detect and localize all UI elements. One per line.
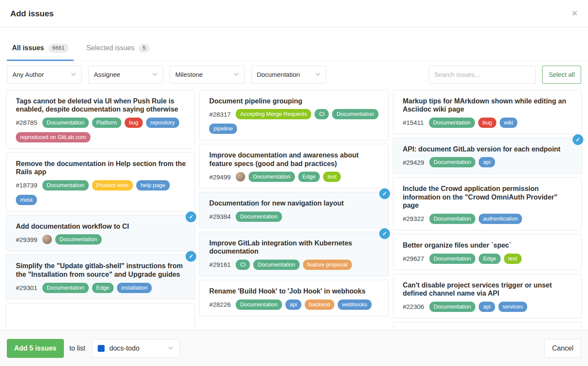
- issue-card[interactable]: Improve documentation and awareness abou…: [199, 144, 388, 188]
- issue-label: test: [504, 254, 522, 264]
- issue-label: help page: [136, 180, 169, 191]
- chevron-down-icon: [71, 73, 76, 76]
- selected-check-icon: ✓: [379, 228, 390, 239]
- issue-id: #28785: [16, 119, 37, 126]
- issue-label: bug: [125, 118, 143, 128]
- issue-card[interactable]: ✓Add documentation workflow to CI#29399D…: [6, 215, 195, 251]
- issue-label: Documentation: [332, 109, 378, 119]
- issue-card[interactable]: Document pipeline grouping#28317Acceptin…: [199, 90, 388, 141]
- list-select-dropdown[interactable]: docs-todo: [92, 339, 180, 358]
- issues-board: Tags cannot be deleted via UI when Push …: [0, 84, 588, 330]
- issue-title: Remove the documentation in Help section…: [16, 160, 186, 176]
- tab-label: Selected issues: [87, 44, 135, 52]
- issue-id: #29384: [209, 213, 231, 220]
- issue-id: #18739: [16, 181, 37, 189]
- issue-card[interactable]: Include the Crowd application permission…: [393, 177, 582, 230]
- issue-card[interactable]: Remove the documentation in Help section…: [6, 152, 195, 212]
- issue-label: meta: [16, 195, 37, 205]
- issue-meta: #29322Documentationauthentication: [403, 214, 573, 224]
- issue-meta: #22306Documentationapiservices: [403, 302, 573, 312]
- issue-label: authentication: [479, 214, 522, 224]
- issue-id: #28317: [209, 111, 231, 118]
- issue-label: Product work: [92, 180, 133, 191]
- cancel-button[interactable]: Cancel: [544, 339, 581, 358]
- board-column-1: Tags cannot be deleted via UI when Push …: [6, 90, 195, 330]
- issue-card-partial[interactable]: [6, 303, 195, 330]
- issue-label: Documentation: [42, 180, 88, 191]
- issue-label: feature proposal: [303, 260, 352, 270]
- tab-count-badge: 6661: [48, 44, 69, 53]
- issue-card[interactable]: ✓Simplify the "Update gitlab-shell" inst…: [6, 254, 195, 299]
- dropdown-value: Assignee: [94, 71, 120, 78]
- issue-label: Documentation: [42, 283, 88, 293]
- issue-label: Accepting Merge Requests: [236, 109, 311, 119]
- issue-title: Document pipeline grouping: [209, 97, 379, 106]
- dropdown-value: Any Author: [12, 71, 44, 78]
- chevron-down-icon: [152, 73, 158, 76]
- assignee-avatar: [42, 235, 52, 244]
- milestone-filter-dropdown[interactable]: Milestone: [170, 66, 245, 84]
- issue-meta: #29301DocumentationEdgeinstallation: [16, 283, 186, 293]
- issue-meta: #15411Documentationbugwiki: [403, 118, 573, 128]
- issue-label: backend: [305, 299, 334, 310]
- issue-card[interactable]: ✓API: document GitLab version for each e…: [393, 138, 582, 174]
- list-name: docs-todo: [109, 345, 139, 352]
- issue-label: bug: [478, 118, 496, 128]
- issue-card[interactable]: Markup tips for MArkdown shown while edi…: [393, 90, 582, 134]
- board-column-3: Markup tips for MArkdown shown while edi…: [393, 90, 582, 330]
- issue-label: Documentation: [429, 118, 475, 128]
- issue-label: Documentation: [236, 299, 282, 310]
- assignee-filter-dropdown[interactable]: Assignee: [88, 66, 163, 84]
- issue-label: webhooks: [338, 299, 372, 310]
- selected-check-icon: ✓: [186, 251, 196, 262]
- label-filter-dropdown[interactable]: Documentation: [251, 66, 326, 84]
- issue-card[interactable]: ✓Documentation for new navigation layout…: [199, 192, 388, 228]
- issue-label: Documentation: [236, 212, 282, 222]
- issue-id: #29322: [403, 215, 424, 222]
- select-all-button[interactable]: Select all: [542, 66, 581, 84]
- add-issues-button[interactable]: Add 5 issues: [7, 339, 64, 358]
- issue-card[interactable]: Rename 'Build Hook' to 'Job Hook' in web…: [199, 280, 388, 316]
- issue-meta: #18739DocumentationProduct workhelp page…: [16, 180, 186, 205]
- assignee-avatar: [236, 172, 245, 181]
- issue-title: Improve GitLab integration with Kubernet…: [209, 239, 379, 256]
- issue-card[interactable]: ✓Improve GitLab integration with Kuberne…: [199, 232, 388, 276]
- issue-title: Tags cannot be deleted via UI when Push …: [16, 97, 186, 114]
- issue-card-partial[interactable]: [393, 322, 582, 330]
- chevron-down-icon: [315, 73, 321, 76]
- issue-label: Documentation: [42, 118, 88, 128]
- issue-card[interactable]: Better organize files under `spec`#29627…: [393, 234, 582, 270]
- issue-label: api: [479, 157, 495, 167]
- issue-meta: #28226Documentationapibackendwebhooks: [209, 299, 379, 310]
- issue-id: #15411: [403, 119, 424, 126]
- issue-card[interactable]: Can't disable project services trigger o…: [393, 274, 582, 318]
- issue-label: Documentation: [55, 234, 101, 245]
- issue-title: Improve documentation and awareness abou…: [209, 151, 379, 168]
- issue-label: Documentation: [429, 302, 475, 312]
- issue-card[interactable]: Tags cannot be deleted via UI when Push …: [6, 90, 195, 149]
- to-list-label: to list: [69, 345, 85, 352]
- issue-label: test: [323, 172, 341, 182]
- tab-count-badge: 5: [139, 44, 150, 53]
- close-icon[interactable]: ✕: [572, 10, 578, 17]
- issue-title: Rename 'Build Hook' to 'Job Hook' in web…: [209, 287, 379, 296]
- issue-label: Documentation: [429, 254, 475, 264]
- issue-meta: #28785DocumentationPlatformbugrepository…: [16, 118, 186, 142]
- tab-all-issues[interactable]: All issues 6661: [7, 38, 74, 61]
- modal-title: Add issues: [10, 9, 54, 18]
- author-filter-dropdown[interactable]: Any Author: [7, 66, 82, 84]
- issue-meta: #29627DocumentationEdgetest: [403, 254, 573, 264]
- issue-title: Markup tips for MArkdown shown while edi…: [403, 97, 573, 114]
- issue-id: #29161: [209, 261, 231, 268]
- tab-selected-issues[interactable]: Selected issues 5: [81, 38, 155, 61]
- issue-label: Documentation: [429, 214, 475, 224]
- issue-id: #29429: [403, 159, 424, 166]
- issue-meta: #29499DocumentationEdgetest: [209, 172, 379, 182]
- issue-title: Can't disable project services trigger o…: [403, 281, 573, 298]
- issue-id: #28226: [209, 301, 231, 308]
- search-input[interactable]: [429, 66, 536, 84]
- selected-check-icon: ✓: [573, 134, 583, 145]
- issue-id: #22306: [403, 303, 424, 310]
- issue-label: Documentation: [253, 260, 299, 270]
- issue-label: Edge: [479, 254, 500, 264]
